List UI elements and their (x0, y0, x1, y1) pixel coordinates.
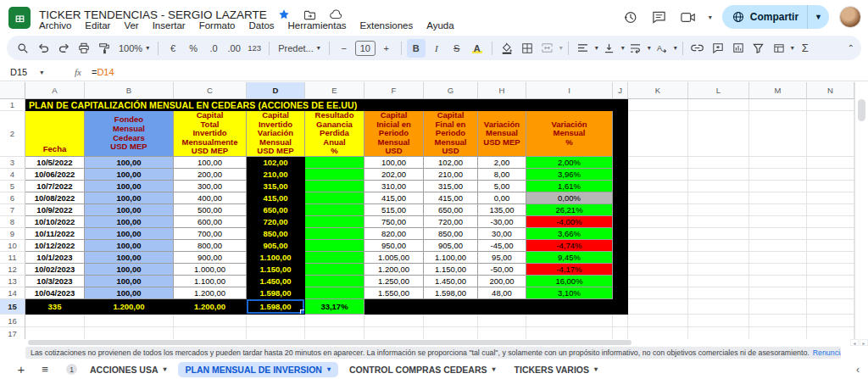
row-header-10[interactable]: 10 (0, 240, 25, 252)
cell-C[interactable] (174, 327, 247, 339)
cell-M[interactable] (749, 216, 807, 228)
header-invertido[interactable]: Capital Invertido Variación Mensual USD … (247, 111, 305, 157)
cell-N[interactable] (807, 181, 854, 192)
cell-fondeo[interactable]: 100,00 (85, 252, 174, 264)
cell-F[interactable] (364, 315, 424, 327)
italic-button[interactable]: I (427, 39, 446, 58)
cell-total[interactable]: 100,00 (174, 157, 247, 169)
vertical-align-caret-icon[interactable]: ▾ (621, 44, 625, 52)
column-header-G[interactable]: G (424, 82, 478, 99)
cell-K[interactable] (628, 240, 688, 252)
cell-var-pct[interactable]: 9,45% (526, 252, 613, 264)
all-sheets-icon[interactable]: ≡ (36, 360, 54, 379)
zoom-control[interactable]: 100%▾ (115, 43, 153, 53)
cell-M[interactable] (749, 204, 807, 216)
column-header-N[interactable]: N (807, 82, 854, 99)
cell-N[interactable] (807, 252, 854, 264)
cell-total-fondeo[interactable]: 1.200,00 (85, 299, 174, 315)
cell-var-pct[interactable]: 1,61% (526, 181, 613, 192)
row-header-15[interactable]: 15 (0, 299, 25, 315)
functions-sigma-button[interactable]: Σ (796, 39, 815, 58)
sheet-tab-caret-icon[interactable]: ▾ (164, 365, 167, 373)
cell-fondeo[interactable]: 100,00 (85, 181, 174, 192)
cell-inicial[interactable]: 1.005,00 (364, 252, 424, 264)
cell-var-pct[interactable]: 3,10% (526, 287, 613, 299)
row-header-6[interactable]: 6 (0, 192, 25, 204)
cell-var-usd[interactable]: 0,00 (478, 192, 526, 204)
borders-icon[interactable] (518, 39, 537, 58)
cell-M[interactable] (749, 192, 807, 204)
column-header-E[interactable]: E (305, 82, 364, 99)
cell-H[interactable] (478, 327, 526, 339)
cell-L[interactable] (688, 287, 749, 299)
cell-M[interactable] (749, 169, 807, 181)
cell-B[interactable] (85, 315, 174, 327)
cell-K[interactable] (628, 99, 688, 111)
column-header-J[interactable]: J (613, 82, 628, 99)
cell-K[interactable] (628, 327, 688, 339)
cell-resultado[interactable] (305, 157, 364, 169)
cell-resultado[interactable] (305, 252, 364, 264)
cell-invertido[interactable]: 315,00 (247, 181, 305, 192)
formula-input[interactable]: =D14 (92, 67, 114, 77)
name-box[interactable]: D15 ▾ (0, 67, 66, 77)
cell-K[interactable] (628, 181, 688, 192)
cell-L[interactable] (688, 204, 749, 216)
horizontal-scrollbar[interactable]: ◂ ▸ (0, 339, 868, 346)
cell-K[interactable] (628, 228, 688, 240)
cell-fecha[interactable]: 10/3/2023 (25, 276, 85, 287)
filter-icon[interactable] (749, 39, 768, 58)
selected-cell-D15[interactable]: 1.598,00 (247, 299, 305, 315)
paint-format-icon[interactable] (95, 39, 114, 58)
cell-fecha[interactable]: 10/04/2023 (25, 287, 85, 299)
row-header-8[interactable]: 8 (0, 216, 25, 228)
more-formats-button[interactable]: 123 (245, 39, 264, 58)
cell-var-pct[interactable]: -4,00% (526, 216, 613, 228)
column-header-F[interactable]: F (364, 82, 424, 99)
column-header-A[interactable]: A (25, 82, 85, 99)
cell-N[interactable] (807, 240, 854, 252)
cell-K[interactable] (628, 204, 688, 216)
cell-fecha[interactable]: 10/08/2022 (25, 192, 85, 204)
menu-herramientas[interactable]: Herramientas (288, 20, 347, 31)
share-caret-icon[interactable]: ▼ (808, 13, 829, 21)
user-avatar[interactable] (839, 6, 861, 28)
text-rotation-caret-icon[interactable]: ▾ (674, 44, 677, 52)
sheet-tab-caret-icon[interactable]: ▾ (327, 365, 331, 373)
cell-N[interactable] (807, 287, 854, 299)
cell-var-pct[interactable]: 3,96% (526, 169, 613, 181)
cell-fondeo[interactable]: 100,00 (85, 228, 174, 240)
scroll-right-icon[interactable]: ▸ (860, 339, 868, 346)
cell-final[interactable]: 210,00 (424, 169, 478, 181)
cell-fecha[interactable]: 10/11/2022 (25, 228, 85, 240)
cell-invertido[interactable]: 1.598,00 (247, 287, 305, 299)
cell-final[interactable]: 1.598,00 (424, 287, 478, 299)
cell-K[interactable] (628, 299, 688, 315)
cell-fecha[interactable]: 10/5/2022 (25, 157, 85, 169)
cell-fondeo[interactable]: 100,00 (85, 169, 174, 181)
redo-icon[interactable] (54, 39, 73, 58)
cell-final[interactable]: 850,00 (424, 228, 478, 240)
cell-K[interactable] (628, 287, 688, 299)
cell-L[interactable] (688, 276, 749, 287)
insert-chart-icon[interactable] (729, 39, 748, 58)
cell-var-pct[interactable]: 2,00% (526, 157, 613, 169)
cell-var-usd[interactable]: -45,00 (478, 240, 526, 252)
menu-formato[interactable]: Formato (199, 20, 236, 31)
cell-F[interactable] (364, 327, 424, 339)
row-header-11[interactable]: 11 (0, 252, 25, 264)
cell-var-usd[interactable]: -50,00 (478, 264, 526, 276)
menu-extensiones[interactable]: Extensiones (360, 20, 414, 31)
cell-invertido[interactable]: 1.100,00 (247, 252, 305, 264)
cell-K[interactable] (628, 157, 688, 169)
cell-var-pct[interactable]: -4,17% (526, 264, 613, 276)
scroll-left-icon[interactable]: ◂ (850, 339, 859, 346)
cell-final[interactable]: 415,00 (424, 192, 478, 204)
cell-total[interactable]: 600,00 (174, 216, 247, 228)
header-var_usd[interactable]: Variación Mensual USD MEP (478, 111, 526, 157)
column-header-H[interactable]: H (478, 82, 526, 99)
cell-fondeo[interactable]: 100,00 (85, 216, 174, 228)
cell-M[interactable] (749, 181, 807, 192)
cell-final[interactable]: 720,00 (424, 216, 478, 228)
cell-total-resultado[interactable]: 33,17% (305, 299, 364, 315)
